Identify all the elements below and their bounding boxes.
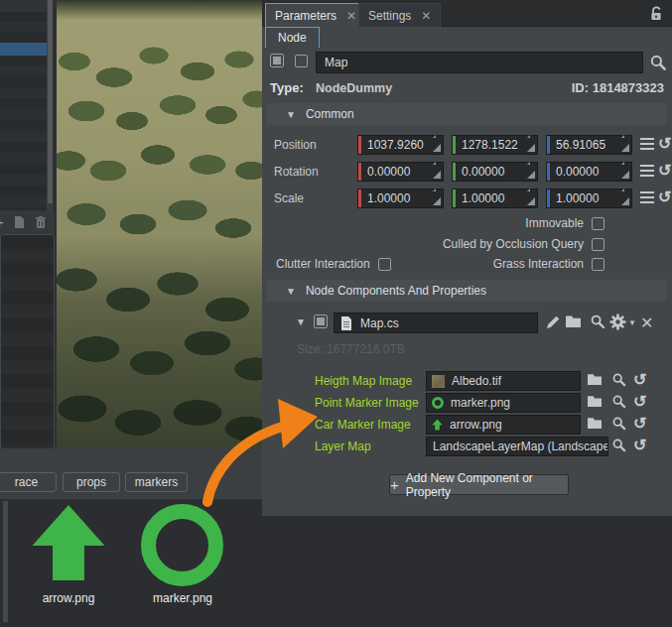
texture-thumbnail (432, 375, 445, 388)
car-marker-field[interactable]: arrow.png (426, 415, 581, 435)
flag-immovable: Immovable (525, 216, 605, 230)
scale-y-input[interactable]: 1.00000 (452, 188, 538, 208)
asset-marker-png-icon[interactable] (141, 504, 223, 586)
clone-icon[interactable] (12, 215, 26, 229)
asset-arrow-png-icon[interactable] (31, 503, 106, 582)
folder-icon[interactable] (587, 416, 603, 432)
marker-ring-icon (432, 397, 444, 409)
scale-x-input[interactable]: 1.00000 (357, 188, 444, 208)
gear-icon[interactable] (609, 314, 627, 331)
type-label: Type: (270, 80, 304, 95)
component-file-field[interactable]: Map.cs (334, 313, 538, 333)
flag-grass: Grass Interaction (493, 257, 605, 271)
position-y-value: 1278.1522 (462, 138, 518, 152)
reset-icon[interactable]: ↺ (633, 372, 646, 388)
position-reset-icon[interactable]: ↺ (658, 136, 671, 152)
remove-component-icon[interactable]: ✕ (640, 314, 653, 332)
point-marker-field[interactable]: marker.png (426, 393, 581, 413)
scale-z-input[interactable]: 1.00000 (546, 188, 632, 208)
hierarchy-row[interactable] (0, 0, 47, 12)
add-component-button[interactable]: + Add New Component or Property (389, 474, 569, 495)
tab-props[interactable]: props (63, 472, 120, 492)
rotation-x-input[interactable]: 0.00000 (357, 162, 444, 182)
clutter-checkbox[interactable] (378, 258, 391, 271)
viewport-3d[interactable] (57, 0, 262, 448)
reset-icon[interactable]: ↺ (633, 438, 646, 453)
position-z-input[interactable]: 56.91065 (546, 135, 632, 155)
tab-parameters[interactable]: Parameters ✕ (265, 3, 366, 27)
node-enabled-checkbox[interactable] (270, 54, 284, 67)
grass-label: Grass Interaction (493, 257, 584, 271)
grass-checkbox[interactable] (592, 258, 605, 271)
layer-map-field[interactable]: LandscapeLayerMap (LandscapeLa (426, 437, 608, 456)
node-secondary-checkbox[interactable] (295, 55, 308, 67)
asset-scrollbar[interactable] (3, 501, 8, 622)
trash-icon[interactable] (34, 215, 48, 229)
position-y-input[interactable]: 1278.1522 (452, 135, 538, 155)
close-icon[interactable]: ✕ (421, 11, 431, 21)
tab-parameters-label: Parameters (275, 9, 336, 23)
edit-pencil-icon[interactable] (545, 314, 563, 331)
component-enabled-checkbox[interactable] (314, 314, 328, 328)
drag-handle-icon[interactable] (621, 197, 629, 205)
search-icon[interactable] (611, 372, 627, 388)
folder-icon[interactable] (565, 314, 583, 331)
drag-handle-icon[interactable] (527, 197, 535, 205)
tab-node-label: Node (278, 31, 307, 45)
section-components[interactable]: ▼ Node Components And Properties (266, 280, 667, 302)
component-file-name: Map.cs (360, 316, 399, 330)
reset-icon[interactable]: ↺ (633, 416, 646, 432)
tab-node[interactable]: Node (265, 27, 320, 48)
hierarchy-list[interactable] (0, 0, 47, 210)
hierarchy-lower-panel[interactable] (0, 234, 55, 448)
drag-handle-icon[interactable] (621, 171, 629, 179)
reset-icon[interactable]: ↺ (633, 394, 646, 410)
height-map-label: Heigth Map Image (315, 374, 412, 388)
search-icon[interactable] (649, 54, 667, 71)
gear-dropdown-icon[interactable]: ▼ (628, 318, 636, 327)
folder-icon[interactable] (587, 394, 603, 410)
tab-race-label: race (15, 475, 38, 489)
type-value: NodeDummy (316, 81, 392, 95)
tab-settings[interactable]: Settings ✕ (358, 3, 441, 27)
scale-y-value: 1.00000 (462, 191, 504, 205)
drag-handle-icon[interactable] (433, 171, 441, 179)
drag-handle-icon[interactable] (433, 144, 441, 152)
node-name-input[interactable]: Map (316, 52, 643, 73)
search-icon[interactable] (611, 416, 627, 432)
add-icon[interactable]: + (0, 215, 4, 229)
close-icon[interactable]: ✕ (346, 11, 356, 21)
search-icon[interactable] (590, 314, 607, 331)
rotation-z-input[interactable]: 0.00000 (546, 162, 632, 182)
culled-label: Culled by Occlusion Query (443, 237, 584, 251)
position-x-input[interactable]: 1037.9260 (357, 135, 444, 155)
position-menu-icon[interactable] (640, 138, 654, 150)
folder-icon[interactable] (587, 372, 603, 388)
scale-menu-icon[interactable] (640, 191, 654, 203)
search-icon[interactable] (611, 394, 627, 410)
asset-marker-png-label[interactable]: marker.png (135, 591, 230, 605)
editor-window: + race props markers arrow.png marker.pn… (0, 0, 672, 627)
rotation-reset-icon[interactable]: ↺ (658, 163, 671, 179)
rotation-menu-icon[interactable] (640, 165, 654, 177)
culled-checkbox[interactable] (592, 238, 605, 251)
drag-handle-icon[interactable] (527, 144, 535, 152)
component-expand-icon[interactable]: ▼ (296, 316, 306, 327)
immovable-checkbox[interactable] (592, 217, 605, 230)
unlock-icon[interactable] (648, 5, 664, 22)
search-icon[interactable] (611, 438, 627, 453)
asset-arrow-png-label[interactable]: arrow.png (21, 591, 116, 605)
tab-markers[interactable]: markers (125, 472, 188, 492)
tab-settings-label: Settings (368, 9, 411, 23)
tab-race[interactable]: race (0, 472, 57, 492)
drag-handle-icon[interactable] (527, 171, 535, 179)
scale-x-value: 1.00000 (367, 191, 410, 205)
rotation-y-input[interactable]: 0.00000 (452, 162, 538, 182)
drag-handle-icon[interactable] (433, 197, 441, 205)
hierarchy-selected-row[interactable] (0, 43, 47, 56)
section-common[interactable]: ▼ Common (266, 103, 667, 125)
height-map-field[interactable]: Albedo.tif (426, 371, 581, 391)
scale-reset-icon[interactable]: ↺ (658, 189, 671, 205)
drag-handle-icon[interactable] (621, 144, 629, 152)
rotation-z-value: 0.00000 (556, 165, 599, 179)
